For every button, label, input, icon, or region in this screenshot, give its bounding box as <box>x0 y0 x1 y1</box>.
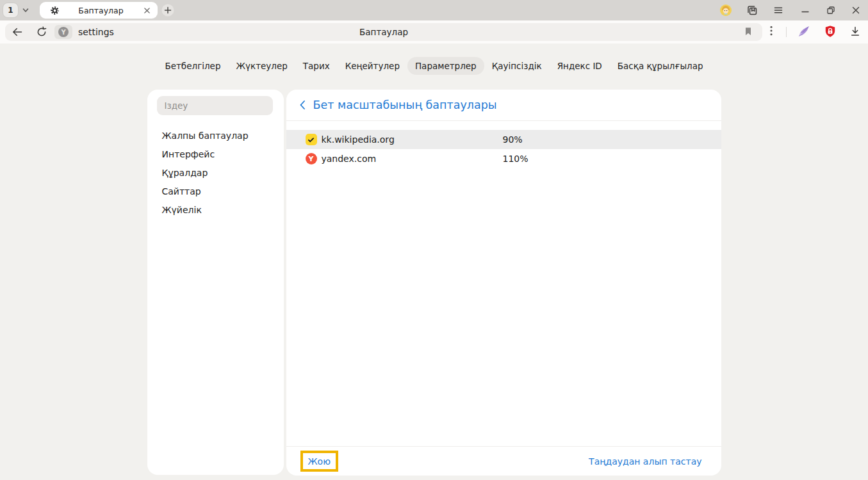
search-input[interactable] <box>157 96 273 115</box>
download-icon[interactable] <box>849 26 861 38</box>
panel-header: Бет масштабының баптаулары <box>286 90 721 121</box>
menu-icon[interactable] <box>773 4 784 16</box>
site-name: yandex.com <box>322 154 503 164</box>
gear-icon <box>50 6 60 15</box>
tab-list-chevron-button[interactable] <box>20 6 31 14</box>
sidebar-item-general[interactable]: Жалпы баптаулар <box>162 127 284 145</box>
sidebar-item-system[interactable]: Жүйелік <box>162 201 284 220</box>
nav-tab-yandex-id[interactable]: Яндекс ID <box>550 57 610 75</box>
site-identity-badge[interactable]: Y <box>54 25 72 39</box>
window-minimize-button[interactable] <box>799 4 811 16</box>
settings-page: Бетбелгілер Жүктеулер Тарих Кеңейтулер П… <box>0 44 868 480</box>
bookmark-icon[interactable] <box>743 26 755 38</box>
panel-title[interactable]: Бет масштабының баптаулары <box>313 99 497 111</box>
table-row[interactable]: Y yandex.com 110% <box>286 149 721 168</box>
window-close-button[interactable] <box>850 4 862 16</box>
nav-tab-downloads[interactable]: Жүктеулер <box>228 57 295 75</box>
site-name: kk.wikipedia.org <box>322 134 503 145</box>
yandex-site-icon: Y <box>58 27 69 37</box>
zoom-value: 110% <box>503 154 528 164</box>
back-chevron-icon[interactable] <box>299 100 306 110</box>
checkbox-checked-icon[interactable] <box>306 134 317 145</box>
nav-tab-bookmarks[interactable]: Бетбелгілер <box>157 57 228 75</box>
nav-tab-security[interactable]: Қауіпсіздік <box>484 57 550 75</box>
chevron-down-icon <box>22 6 29 14</box>
url-text[interactable]: settings <box>78 23 114 41</box>
zoom-value: 90% <box>503 134 523 145</box>
tab-close-icon[interactable] <box>142 6 151 15</box>
zoom-site-list: kk.wikipedia.org 90% Y yandex.com 110% <box>286 130 721 168</box>
feather-extension-icon[interactable] <box>798 25 810 39</box>
panel-spacer <box>286 168 721 446</box>
deselect-link[interactable]: Таңдаудан алып тастау <box>589 456 701 467</box>
sidebar-list: Жалпы баптаулар Интерфейс Құралдар Сайтт… <box>147 127 284 220</box>
panel-footer: Жою Таңдаудан алып тастау <box>286 446 721 476</box>
window-restore-button[interactable] <box>825 4 837 16</box>
browser-window: 1 Баптаулар <box>0 0 868 480</box>
more-options-icon[interactable] <box>770 26 780 38</box>
reload-icon[interactable] <box>36 26 47 38</box>
back-icon[interactable] <box>12 26 23 38</box>
sidebar-item-tools[interactable]: Құралдар <box>162 164 284 182</box>
profile-avatar[interactable] <box>720 4 732 16</box>
nav-tab-other-devices[interactable]: Басқа құрылғылар <box>610 57 711 75</box>
active-tab[interactable]: Баптаулар <box>40 2 158 19</box>
table-row[interactable]: kk.wikipedia.org 90% <box>286 130 721 149</box>
protect-shield-icon[interactable] <box>824 25 837 39</box>
nav-tab-settings[interactable]: Параметрлер <box>407 57 484 75</box>
delete-button-highlight: Жою <box>300 451 338 472</box>
toolbar-divider <box>786 27 787 37</box>
sidebar-item-interface[interactable]: Интерфейс <box>162 145 284 164</box>
tab-title: Баптаулар <box>60 6 142 15</box>
sidebar-item-sites[interactable]: Сайттар <box>162 182 284 201</box>
page-zoom-settings-panel: Бет масштабының баптаулары kk.wikipedia.… <box>286 90 721 476</box>
nav-tab-history[interactable]: Тарих <box>295 57 338 75</box>
yandex-favicon-icon: Y <box>306 153 317 164</box>
tab-bar: 1 Баптаулар <box>0 0 868 20</box>
tab-counter-button[interactable]: 1 <box>3 3 18 17</box>
content-area: Жалпы баптаулар Интерфейс Құралдар Сайтт… <box>147 90 721 476</box>
toolbar: Y Баптаулар settings <box>0 20 868 44</box>
address-bar[interactable]: Y Баптаулар settings <box>5 23 762 41</box>
settings-sidebar: Жалпы баптаулар Интерфейс Құралдар Сайтт… <box>147 90 284 475</box>
page-title: Баптаулар <box>5 23 762 41</box>
delete-button[interactable]: Жою <box>308 456 331 467</box>
new-tab-button[interactable] <box>161 4 174 17</box>
settings-nav-tabs: Бетбелгілер Жүктеулер Тарих Кеңейтулер П… <box>0 57 868 75</box>
tab-groups-icon[interactable] <box>746 4 758 16</box>
nav-tab-extensions[interactable]: Кеңейтулер <box>338 57 407 75</box>
